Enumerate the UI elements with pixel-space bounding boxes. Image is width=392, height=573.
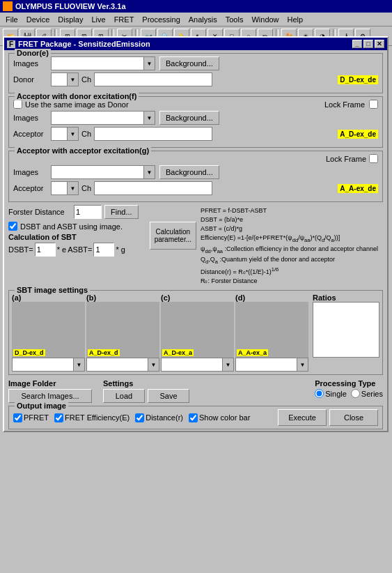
dsbt-checkbox-row: DSBT and ASBT using image. [8,222,146,231]
formula-area: PFRET = f-DSBT-ASBT DSBT = (b/a)*e ASBT … [199,205,383,287]
minimize-btn[interactable]: _ [352,40,362,48]
donor-background-btn[interactable]: Background... [159,56,219,70]
search-images-btn[interactable]: Search Images... [8,389,92,403]
menu-live[interactable]: Live [87,14,109,25]
show-colorbar-checkbox[interactable] [189,413,198,422]
asbt-value-input[interactable] [93,243,114,257]
aa-ch-input[interactable] [94,181,212,195]
menu-device[interactable]: Device [22,14,54,25]
aa-ch-combo-btn[interactable]: ▼ [67,182,78,194]
menu-tools[interactable]: Tools [221,14,248,25]
acceptor-donor-section: Acceptor with donor excitation(f) Use th… [8,96,383,148]
donor-ch-combo[interactable]: ▼ [51,72,79,86]
menubar: File Device Display Live FRET Processing… [0,13,392,26]
fret-eff-checkbox[interactable] [54,413,63,422]
pfret-label: PFRET [24,413,49,422]
aa-lockframe-row: Lock Frame [13,154,378,163]
calc-param-btn[interactable]: Calculation parameter... [150,222,196,250]
close-btn-title[interactable]: ✕ [375,40,384,48]
image-folder-label: Image Folder [8,379,92,388]
sbt-select-b-btn[interactable]: ▼ [148,358,159,371]
sbt-inner: (a) D_D-ex_d ▼ (b) A_D-ex_d ▼ [12,293,379,372]
menu-help[interactable]: Help [283,14,308,25]
sbt-select-d[interactable]: ▼ [235,358,308,372]
ad-images-combo-btn[interactable]: ▼ [143,112,155,124]
load-btn[interactable]: Load [103,389,145,403]
use-same-label: Use the same image as Donor [25,100,129,109]
ad-acceptor-label: Acceptor [13,130,48,138]
donor-images-combo[interactable]: ▼ [51,56,155,70]
menu-analysis[interactable]: Analysis [185,14,221,25]
dsbt-value-input[interactable] [35,243,56,257]
close-btn[interactable]: Close [329,409,378,426]
aa-images-combo[interactable]: ▼ [51,165,155,179]
donor-ch-input[interactable] [94,72,212,86]
menu-fret[interactable]: FRET [110,14,139,25]
dialog-titlebar: F FRET Package - SensitizedEmission _ □ … [4,38,387,50]
formula-line-4: Efficiency(E) =1-[e/(e+PFRET*(ψdd/ψaa)*(… [201,234,382,245]
donor-ch-label: Donor [13,75,48,84]
aa-lock-checkbox[interactable] [369,154,378,163]
donor-images-combo-btn[interactable]: ▼ [143,57,155,70]
aa-background-btn[interactable]: Background... [159,165,219,179]
formula-line-1: PFRET = f-DSBT-ASBT [201,206,382,215]
sbt-panel-a-letter: (a) [12,293,21,302]
ad-background-btn[interactable]: Background... [159,111,219,125]
image-folder-group: Image Folder Search Images... [8,379,92,403]
sbt-badge-c: A_D-ex_a [162,349,194,356]
fret-eff-checkbox-label[interactable]: FRET Efficiency(E) [54,413,130,422]
ad-images-combo[interactable]: ▼ [51,111,155,125]
lock-frame-checkbox[interactable] [369,100,378,109]
aa-images-label: Images [13,168,48,176]
ad-ch-input[interactable] [94,127,212,141]
ad-ch-combo[interactable]: ▼ [51,127,79,141]
save-btn[interactable]: Save [148,389,189,403]
distance-checkbox-label[interactable]: Distance(r) [135,413,183,422]
pfret-checkbox-label[interactable]: PFRET [13,413,49,422]
single-radio[interactable] [315,389,324,398]
calc-sbt-group: Calculation of SBT DSBT= * e ASBT= * g [8,233,146,257]
sbt-select-a-btn[interactable]: ▼ [73,358,84,371]
lock-frame-label: Lock Frame [324,100,365,109]
sbt-select-b[interactable]: ▼ [86,358,159,372]
menu-processing[interactable]: Processing [138,14,184,25]
show-colorbar-checkbox-label[interactable]: Show color bar [189,413,250,422]
series-radio[interactable] [351,389,360,398]
dialog-controls: _ □ ✕ [352,40,384,48]
sbt-badge-d: A_A-ex_a [237,349,268,356]
single-radio-label[interactable]: Single [315,389,347,398]
sbt-select-d-btn[interactable]: ▼ [297,358,308,371]
pfret-checkbox[interactable] [13,413,22,422]
sbt-select-a[interactable]: ▼ [12,358,85,372]
forster-label: Forster Distance [8,208,71,216]
load-save-row: Load Save [103,389,189,403]
use-same-checkbox[interactable] [13,100,22,109]
sbt-select-c[interactable]: ▼ [161,358,234,372]
dialog-title: FRET Package - SensitizedEmission [18,40,150,48]
menu-window[interactable]: Window [247,14,283,25]
sbt-select-c-btn[interactable]: ▼ [222,358,233,371]
execute-btn[interactable]: Execute [278,409,327,426]
forster-input[interactable] [74,205,102,219]
settings-label: Settings [103,379,189,388]
menu-file[interactable]: File [1,14,22,25]
aa-images-combo-btn[interactable]: ▼ [143,166,155,178]
sbt-panel-a: (a) D_D-ex_d ▼ [12,293,85,372]
ad-ch-combo-btn[interactable]: ▼ [67,128,78,140]
processing-type-radios: Single Series [315,389,383,398]
donor-ch-combo-btn[interactable]: ▼ [67,73,78,86]
menu-display[interactable]: Display [54,14,87,25]
sbt-panel-b-letter: (b) [86,293,96,302]
distance-checkbox[interactable] [135,413,144,422]
series-radio-label[interactable]: Series [351,389,383,398]
dsbt-row: DSBT and ASBT using image. Calculation o… [8,222,196,257]
forster-controls: Forster Distance Find... DSBT and ASBT u… [8,205,196,287]
find-btn[interactable]: Find... [104,205,139,219]
app-title: OLYMPUS FLUOVIEW Ver.3.1a [15,2,126,10]
acceptor-donor-section-label: Acceptor with donor excitation(f) [15,92,139,100]
output-label: Output image [15,402,68,410]
aa-ch-combo[interactable]: ▼ [51,181,79,195]
output-checkboxes: PFRET FRET Efficiency(E) Distance(r) Sho… [13,413,250,422]
dsbt-checkbox[interactable] [8,222,17,231]
maximize-btn[interactable]: □ [363,40,373,48]
